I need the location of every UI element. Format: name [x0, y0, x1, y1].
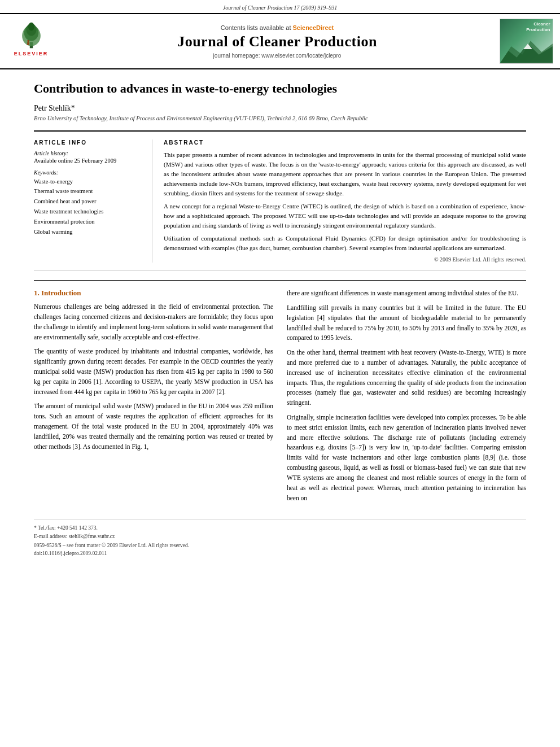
- author-name: Petr Stehlík*: [34, 104, 526, 113]
- abstract-text: This paper presents a number of recent a…: [164, 150, 526, 253]
- footer-issn: 0959-6526/$ – see front matter © 2009 El…: [34, 543, 526, 548]
- body-right-para-1: there are significant differences in was…: [287, 289, 526, 299]
- abstract-column: ABSTRACT This paper presents a number of…: [164, 139, 526, 263]
- elsevier-logo-container: ELSEVIER: [6, 21, 56, 61]
- article-history-label: Article history:: [34, 150, 146, 156]
- keyword-6: Global warming: [34, 227, 146, 237]
- body-right-para-4: Originally, simple incineration faciliti…: [287, 413, 526, 503]
- main-content: Contribution to advances in waste-to-ene…: [0, 69, 560, 567]
- elsevier-brand-text: ELSEVIER: [14, 51, 49, 56]
- body-para-1: Numerous challenges are being addressed …: [34, 302, 273, 342]
- body-right-para-3: On the other hand, thermal treatment wit…: [287, 348, 526, 408]
- article-history-group: Article history: Available online 25 Feb…: [34, 150, 146, 164]
- journal-title-container: Contents lists available at ScienceDirec…: [56, 24, 498, 59]
- elsevier-tree-icon: [16, 21, 47, 50]
- keyword-3: Combined heat and power: [34, 196, 146, 207]
- mountain-landscape-icon: [500, 35, 553, 63]
- keywords-list: Waste-to-energy Thermal waste treatment …: [34, 177, 146, 237]
- available-online-value: Available online 25 February 2009: [34, 158, 146, 164]
- elsevier-logo: ELSEVIER: [8, 21, 54, 61]
- cleaner-production-logo: Cleaner Production: [500, 19, 553, 64]
- footer-section: * Tel./fax: +420 541 142 373. E-mail add…: [34, 519, 526, 556]
- body-left-column: 1. Introduction Numerous challenges are …: [34, 289, 273, 508]
- cleaner-production-logo-container: Cleaner Production: [498, 19, 554, 64]
- cleaner-text: Cleaner: [526, 21, 550, 27]
- abstract-heading: ABSTRACT: [164, 139, 526, 146]
- article-title: Contribution to advances in waste-to-ene…: [34, 81, 526, 97]
- svg-rect-6: [27, 42, 29, 45]
- body-content: 1. Introduction Numerous challenges are …: [34, 280, 526, 508]
- keyword-2: Thermal waste treatment: [34, 186, 146, 196]
- footer-doi: doi:10.1016/j.jclepro.2009.02.011: [34, 551, 526, 556]
- body-right-para-2: Landfilling still prevails in many count…: [287, 303, 526, 343]
- body-right-column: there are significant differences in was…: [287, 289, 526, 508]
- page: Journal of Cleaner Production 17 (2009) …: [0, 0, 560, 747]
- author-name-text: Petr Stehlík*: [34, 104, 75, 112]
- cleaner-production-label: Cleaner Production: [526, 21, 550, 32]
- article-info-column: ARTICLE INFO Article history: Available …: [34, 139, 152, 263]
- keywords-label: Keywords:: [34, 169, 146, 176]
- sciencedirect-link[interactable]: ScienceDirect: [293, 24, 334, 31]
- production-text: Production: [526, 27, 550, 33]
- sciencedirect-label: Contents lists available at: [221, 24, 291, 31]
- email-value[interactable]: stehlik@fme.vutbr.cz: [69, 534, 115, 539]
- article-info-abstract-section: ARTICLE INFO Article history: Available …: [34, 130, 526, 271]
- copyright-line: © 2009 Elsevier Ltd. All rights reserved…: [164, 256, 526, 263]
- keywords-group: Keywords: Waste-to-energy Thermal waste …: [34, 169, 146, 237]
- keyword-4: Waste treatment technologies: [34, 207, 146, 217]
- footnote-marker: *: [34, 525, 38, 531]
- journal-header: ELSEVIER Contents lists available at Sci…: [0, 13, 560, 69]
- abstract-para-2: A new concept for a regional Waste-to-En…: [164, 202, 526, 230]
- svg-point-4: [28, 23, 34, 31]
- section1-title: 1. Introduction: [34, 289, 273, 298]
- article-info-heading: ARTICLE INFO: [34, 139, 146, 146]
- body-para-2: The quantity of waste produced by inhabi…: [34, 347, 273, 397]
- journal-homepage: journal homepage: www.elsevier.com/locat…: [62, 53, 492, 59]
- sciencedirect-line: Contents lists available at ScienceDirec…: [62, 24, 492, 31]
- body-para-3: The amount of municipal solid waste (MSW…: [34, 401, 273, 452]
- journal-reference: Journal of Cleaner Production 17 (2009) …: [0, 0, 560, 13]
- svg-point-5: [27, 40, 29, 42]
- abstract-para-3: Utilization of computational methods suc…: [164, 234, 526, 253]
- abstract-para-1: This paper presents a number of recent a…: [164, 150, 526, 198]
- keyword-5: Environmental protection: [34, 217, 146, 227]
- journal-ref-text: Journal of Cleaner Production 17 (2009) …: [223, 5, 337, 11]
- keyword-1: Waste-to-energy: [34, 177, 146, 187]
- journal-title: Journal of Cleaner Production: [62, 33, 492, 50]
- author-affiliation: Brno University of Technology, Institute…: [34, 115, 526, 121]
- email-label-text: E-mail address:: [34, 534, 67, 539]
- tel-fax-text: Tel./fax: +420 541 142 373.: [38, 525, 98, 531]
- footnote-contact: * Tel./fax: +420 541 142 373.: [34, 524, 526, 532]
- footnote-email: E-mail address: stehlik@fme.vutbr.cz: [34, 532, 526, 540]
